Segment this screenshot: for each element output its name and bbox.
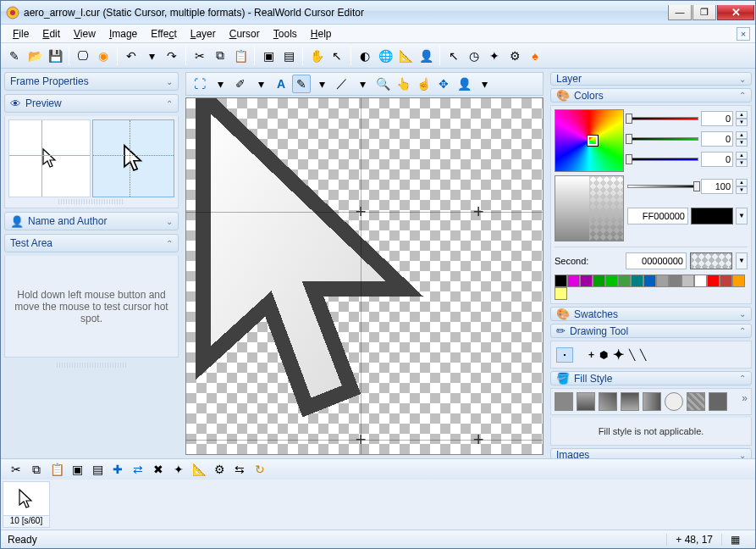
menu-file[interactable]: File <box>6 26 36 42</box>
new-icon[interactable]: ✎ <box>5 47 24 65</box>
slider-blue[interactable] <box>627 158 698 161</box>
more-icon[interactable]: » <box>742 392 748 411</box>
green-input[interactable] <box>701 131 733 147</box>
redo-dd-icon[interactable]: ▾ <box>142 47 161 65</box>
copy-frame-icon[interactable]: ⧉ <box>27 460 46 479</box>
second-swatch[interactable] <box>690 252 732 269</box>
dd5-icon[interactable]: ▾ <box>475 75 494 93</box>
close-button[interactable]: ✕ <box>717 5 754 20</box>
menu-effect[interactable]: Effect <box>144 26 183 42</box>
cut-icon[interactable]: ✂ <box>190 47 209 65</box>
arrow-icon[interactable]: ↖ <box>444 47 463 65</box>
fill-grad3[interactable] <box>621 392 639 411</box>
doc-close-button[interactable]: × <box>737 27 750 41</box>
test-area-body[interactable]: Hold down left mouse button and move the… <box>4 256 179 358</box>
user-tool-icon[interactable]: 👤 <box>455 75 473 93</box>
hand-icon[interactable]: ✋ <box>307 47 326 65</box>
blue-input[interactable] <box>701 152 733 167</box>
brush-diag1[interactable]: ╲ <box>629 349 635 361</box>
refresh-icon[interactable]: ↻ <box>251 460 269 479</box>
export-icon[interactable]: 🖵 <box>74 47 92 65</box>
dd2-icon[interactable]: ▾ <box>251 75 270 93</box>
fx1-icon[interactable]: ✦ <box>169 460 188 479</box>
line-tool-icon[interactable]: ／ <box>333 75 351 93</box>
sparkle-icon[interactable]: ✦ <box>485 47 504 65</box>
hex-input[interactable] <box>627 208 688 225</box>
palette-color[interactable] <box>707 274 720 287</box>
copy-icon[interactable]: ⧉ <box>211 47 229 65</box>
brush-hex[interactable]: ⬢ <box>599 349 608 361</box>
add-frame-icon[interactable]: ✚ <box>108 460 127 479</box>
gear-icon[interactable]: ⚙ <box>505 47 524 65</box>
panel-frame-properties[interactable]: Frame Properties ⌄ <box>4 72 179 91</box>
text-tool-icon[interactable]: A <box>272 75 290 93</box>
red-spinner[interactable]: ▲▼ <box>736 111 748 126</box>
primary-swatch[interactable] <box>691 208 733 225</box>
link-frame-icon[interactable]: ⇄ <box>129 460 147 479</box>
panel-fill-style[interactable]: 🪣 Fill Style ⌃ <box>550 371 752 385</box>
menu-edit[interactable]: Edit <box>36 26 67 42</box>
dd4-icon[interactable]: ▾ <box>353 75 372 93</box>
panel-name-author[interactable]: 👤 Name and Author ⌄ <box>4 212 179 230</box>
move-tool-icon[interactable]: ✥ <box>434 75 453 93</box>
menu-cursor[interactable]: Cursor <box>223 26 267 42</box>
globe-icon[interactable]: 🌐 <box>376 47 395 65</box>
second-dropdown[interactable]: ▼ <box>736 252 748 269</box>
menu-image[interactable]: Image <box>102 26 144 42</box>
brush-plus-s[interactable]: + <box>588 349 594 361</box>
minimize-button[interactable]: — <box>668 5 692 20</box>
select-tool-icon[interactable]: ⛶ <box>190 75 209 93</box>
palette-color[interactable] <box>643 274 656 287</box>
palette-color[interactable] <box>656 274 669 287</box>
hue-picker[interactable] <box>555 109 624 172</box>
panel-swatches[interactable]: 🎨 Swatches ⌄ <box>550 307 752 321</box>
panel-layer[interactable]: Layer ⌄ <box>550 72 752 86</box>
fill-solid[interactable] <box>555 392 573 411</box>
menu-view[interactable]: View <box>67 26 102 42</box>
menu-help[interactable]: Help <box>304 26 339 42</box>
save-icon[interactable]: 💾 <box>46 47 64 65</box>
swatch-dropdown[interactable]: ▼ <box>736 208 748 225</box>
maximize-button[interactable]: ❐ <box>693 5 716 20</box>
palette-color[interactable] <box>567 274 580 287</box>
pencil-tool-icon[interactable]: ✎ <box>292 75 311 93</box>
fill-grad1[interactable] <box>577 392 595 411</box>
panel-colors[interactable]: 🎨 Colors ⌃ <box>550 88 752 103</box>
dropper-icon[interactable]: ✐ <box>231 75 250 93</box>
alpha-input[interactable] <box>701 179 733 194</box>
fx3-icon[interactable]: ⚙ <box>210 460 229 479</box>
red-input[interactable] <box>701 111 733 126</box>
palette-color[interactable] <box>669 274 682 287</box>
slider-alpha[interactable] <box>627 185 698 188</box>
panel-drawing-tool[interactable]: ✏ Drawing Tool ⌃ <box>550 324 752 338</box>
palette-color[interactable] <box>694 274 707 287</box>
panel-preview[interactable]: 👁 Preview ⌃ <box>4 94 179 113</box>
zoom-tool-icon[interactable]: 🔍 <box>373 75 392 93</box>
fill-grad2[interactable] <box>599 392 617 411</box>
fill-radial[interactable] <box>665 392 683 411</box>
canvas[interactable]: + + + + <box>185 97 544 455</box>
palette-color[interactable] <box>732 274 745 287</box>
preview-cell-1[interactable] <box>8 119 91 197</box>
user-icon[interactable]: 👤 <box>417 47 435 65</box>
menu-layer[interactable]: Layer <box>184 26 223 42</box>
brush-plus-l[interactable]: ✦ <box>613 347 624 363</box>
del-frame-icon[interactable]: ✖ <box>149 460 168 479</box>
palette-color[interactable] <box>631 274 643 287</box>
feed-icon[interactable]: ◉ <box>94 47 113 65</box>
palette-color[interactable] <box>618 274 631 287</box>
panel-test-area[interactable]: Test Area ⌃ <box>4 234 179 252</box>
green-spinner[interactable]: ▲▼ <box>736 131 748 147</box>
dd-icon[interactable]: ▾ <box>211 75 229 93</box>
hand-tool-icon[interactable]: 👆 <box>394 75 412 93</box>
dup-frame-icon[interactable]: ▣ <box>68 460 86 479</box>
clock-icon[interactable]: ◷ <box>465 47 483 65</box>
palette-color[interactable] <box>580 274 593 287</box>
slider-green[interactable] <box>627 137 698 141</box>
value-picker[interactable] <box>555 175 624 241</box>
palette-color[interactable] <box>605 274 618 287</box>
resize-grip-2[interactable] <box>57 363 126 368</box>
fire-icon[interactable]: ♠ <box>526 47 544 65</box>
panel-images[interactable]: Images ⌄ <box>550 448 752 458</box>
open-icon[interactable]: 📂 <box>25 47 44 65</box>
